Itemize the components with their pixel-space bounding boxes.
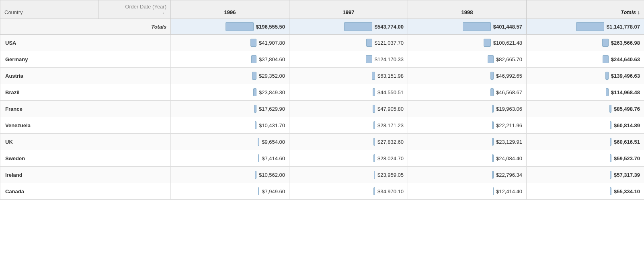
value-1996-cell: $10,562.00 [171,167,289,183]
value-1998-cell: $22,796.34 [408,167,527,183]
value-total-cell: $55,334.10 [527,183,644,200]
totals-label: Totals [0,19,171,35]
country-cell: France [0,101,171,117]
value-1996: $23,849.30 [259,89,285,95]
value-1998-cell: $100,621.48 [408,35,527,51]
value-1997-cell: $27,832.60 [289,134,408,150]
value-1998: $100,621.48 [493,40,522,46]
value-1998-cell: $12,414.40 [408,183,527,200]
value-1997: $63,151.98 [377,73,404,79]
value-1998-cell: $82,665.70 [408,51,527,68]
value-total-cell: $60,814.89 [527,117,644,134]
value-1996: $7,949.60 [262,188,285,194]
data-table: Country Order Date (Year) ← 1996 1997 19… [0,0,644,200]
value-total-cell: $60,616.51 [527,134,644,150]
country-cell: UK [0,134,171,150]
value-1997: $47,905.80 [377,106,404,112]
value-1998: $82,665.70 [496,56,522,62]
header-1997[interactable]: 1997 [289,0,408,19]
country-cell: Germany [0,51,171,68]
table-row: Brazil $23,849.30 $44,550.51 $46,568.67 … [0,84,644,101]
value-1997-cell: $44,550.51 [289,84,408,101]
value-1998-cell: $46,568.67 [408,84,527,101]
value-1997: $23,959.05 [377,172,404,178]
table-row: Canada $7,949.60 $34,970.10 $12,414.40 $… [0,183,644,200]
value-1996-cell: $7,414.60 [171,150,289,167]
header-totals[interactable]: Totals ↓ [527,0,644,19]
country-cell: Venezuela [0,117,171,134]
totals-1997-cell: $543,774.00 [289,19,408,35]
header-row: Country Order Date (Year) ← 1996 1997 19… [0,0,644,19]
main-table-container: Country Order Date (Year) ← 1996 1997 19… [0,0,644,200]
value-1998: $23,129.91 [496,139,522,145]
value-1996-cell: $41,907.80 [171,35,289,51]
value-1997: $124,170.33 [375,56,404,62]
value-1998: $46,568.67 [496,89,522,95]
value-1997-cell: $124,170.33 [289,51,408,68]
value-1996-cell: $17,629.90 [171,101,289,117]
value-total-cell: $244,640.63 [527,51,644,68]
value-total-cell: $263,566.98 [527,35,644,51]
value-total-cell: $59,523.70 [527,150,644,167]
value-1997: $34,970.10 [377,188,404,194]
value-1998: $22,796.34 [496,172,522,178]
value-1998: $19,963.06 [496,106,522,112]
value-1996: $29,352.00 [259,73,285,79]
header-1998[interactable]: 1998 [408,0,527,19]
value-1997-cell: $121,037.70 [289,35,408,51]
value-1996: $10,431.70 [259,122,285,128]
totals-1996-value: $196,555.50 [256,24,285,30]
value-total: $139,496.63 [611,73,640,79]
country-cell: Austria [0,68,171,84]
totals-1998-value: $401,448.57 [493,24,522,30]
value-total: $263,566.98 [611,40,640,46]
value-1998-cell: $19,963.06 [408,101,527,117]
value-1996: $41,907.80 [259,40,285,46]
value-total: $244,640.63 [611,56,640,62]
totals-total-value: $1,141,778.07 [607,24,640,30]
value-1997-cell: $28,024.70 [289,150,408,167]
value-1996: $9,654.00 [262,139,285,145]
totals-1997-value: $543,774.00 [375,24,404,30]
value-1996-cell: $37,804.60 [171,51,289,68]
value-1997: $27,832.60 [377,139,404,145]
value-total: $114,968.48 [611,89,640,95]
totals-row: Totals $196,555.50 $543,774.00 $401,448.… [0,19,644,35]
table-row: France $17,629.90 $47,905.80 $19,963.06 … [0,101,644,117]
value-1997: $44,550.51 [377,89,404,95]
country-cell: Canada [0,183,171,200]
value-1996-cell: $23,849.30 [171,84,289,101]
header-country[interactable]: Country [0,0,98,19]
totals-1998-cell: $401,448.57 [408,19,527,35]
header-1996[interactable]: 1996 [171,0,289,19]
value-1997: $121,037.70 [375,40,404,46]
value-1997-cell: $47,905.80 [289,101,408,117]
header-orderdate[interactable]: Order Date (Year) ← [98,0,171,19]
value-total-cell: $85,498.76 [527,101,644,117]
value-1997-cell: $34,970.10 [289,183,408,200]
value-1996: $10,562.00 [259,172,285,178]
value-total: $57,317.39 [614,172,640,178]
value-1996-cell: $29,352.00 [171,68,289,84]
value-1998-cell: $46,992.65 [408,68,527,84]
value-total-cell: $114,968.48 [527,84,644,101]
value-total-cell: $139,496.63 [527,68,644,84]
value-total: $60,616.51 [614,139,640,145]
value-total: $55,334.10 [614,188,640,194]
value-1996: $17,629.90 [259,106,285,112]
totals-1996-cell: $196,555.50 [171,19,289,35]
value-total: $60,814.89 [614,122,640,128]
table-row: Austria $29,352.00 $63,151.98 $46,992.65… [0,68,644,84]
value-1998-cell: $23,129.91 [408,134,527,150]
table-row: USA $41,907.80 $121,037.70 $100,621.48 $… [0,35,644,51]
value-1998-cell: $24,084.40 [408,150,527,167]
table-row: Germany $37,804.60 $124,170.33 $82,665.7… [0,51,644,68]
value-1996: $37,804.60 [259,56,285,62]
value-total-cell: $57,317.39 [527,167,644,183]
value-1998: $46,992.65 [496,73,522,79]
value-1998: $22,211.96 [496,122,522,128]
country-cell: Sweden [0,150,171,167]
value-1996-cell: $9,654.00 [171,134,289,150]
value-1997-cell: $23,959.05 [289,167,408,183]
value-1998-cell: $22,211.96 [408,117,527,134]
